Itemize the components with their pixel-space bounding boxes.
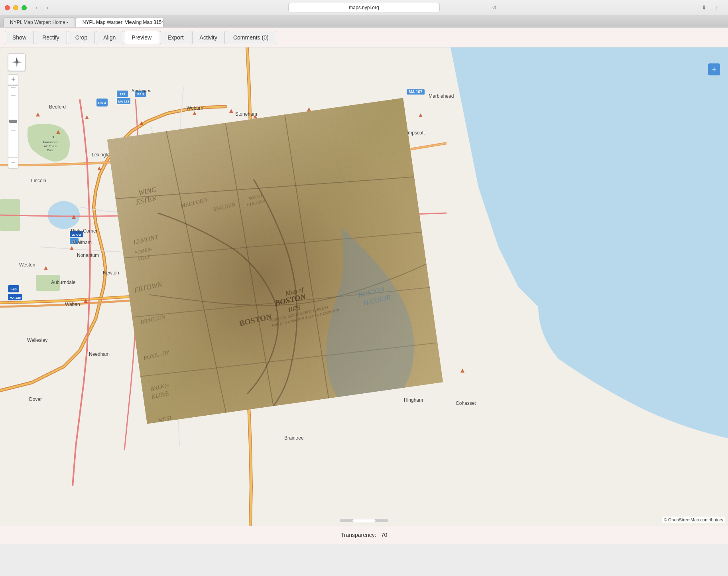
historical-map-overlay: Map of BOSTON 1875 FROM THE MOST RECENT … bbox=[107, 98, 443, 424]
svg-text:US 3: US 3 bbox=[98, 101, 106, 105]
osm-attribution: © OpenStreetMap contributors bbox=[662, 517, 725, 523]
close-button[interactable] bbox=[5, 5, 10, 10]
zoom-in-button[interactable]: + bbox=[8, 74, 18, 85]
route-ma107: MA 107 bbox=[407, 89, 425, 95]
svg-marker-21 bbox=[193, 111, 197, 115]
app-nav: Show Rectify Crop Align Preview Export A… bbox=[0, 28, 728, 47]
forward-button[interactable]: › bbox=[43, 3, 52, 12]
tab-activity[interactable]: Activity bbox=[192, 31, 225, 44]
svg-text:MA 128: MA 128 bbox=[118, 100, 129, 103]
map-container[interactable]: US 3 195 MA 128 MA 3 I-90 MA 128 27A·B 2… bbox=[0, 47, 728, 526]
svg-text:✈: ✈ bbox=[52, 135, 55, 139]
svg-text:27A·B: 27A·B bbox=[72, 233, 81, 237]
tab-comments[interactable]: Comments (0) bbox=[226, 31, 276, 44]
download-button[interactable]: ⬇ bbox=[699, 3, 709, 12]
slider-tick bbox=[11, 87, 16, 88]
svg-text:195: 195 bbox=[120, 93, 125, 96]
svg-marker-23 bbox=[253, 114, 257, 118]
tab-show[interactable]: Show bbox=[5, 31, 34, 44]
map-plus-button[interactable]: + bbox=[708, 63, 720, 75]
browser-tab-2[interactable]: NYPL Map Warper: Viewing Map 31549 bbox=[76, 17, 163, 27]
svg-text:I-90: I-90 bbox=[10, 287, 17, 291]
svg-text:2A: 2A bbox=[73, 240, 76, 243]
browser-nav: ‹ › bbox=[31, 3, 52, 12]
svg-text:Air Force: Air Force bbox=[44, 144, 57, 148]
back-button[interactable]: ‹ bbox=[31, 3, 41, 12]
transparency-label: Transparency: bbox=[341, 532, 376, 538]
address-bar[interactable]: maps.nypl.org bbox=[288, 3, 440, 12]
svg-rect-0 bbox=[36, 275, 60, 291]
slider-tick bbox=[11, 104, 16, 104]
share-button[interactable]: ↑ bbox=[712, 3, 722, 12]
svg-text:Base: Base bbox=[47, 148, 55, 152]
zoom-slider[interactable] bbox=[8, 85, 18, 157]
zoom-out-button[interactable]: − bbox=[8, 158, 18, 168]
svg-text:MA 128: MA 128 bbox=[10, 296, 21, 300]
svg-text:MA 3: MA 3 bbox=[137, 93, 144, 96]
slider-tick bbox=[11, 112, 16, 112]
svg-marker-18 bbox=[36, 112, 40, 116]
transparency-bar: Transparency: 70 bbox=[0, 526, 728, 544]
svg-marker-40 bbox=[419, 113, 423, 117]
browser-tab-1[interactable]: NYPL Map Warper: Home - bbox=[3, 17, 75, 27]
slider-tick bbox=[11, 155, 16, 155]
svg-text:Hanscom: Hanscom bbox=[43, 140, 57, 144]
slider-tick bbox=[11, 139, 16, 139]
slider-handle[interactable] bbox=[9, 120, 17, 123]
svg-marker-22 bbox=[229, 109, 233, 113]
tab-align[interactable]: Align bbox=[96, 31, 123, 44]
traffic-lights bbox=[5, 5, 27, 10]
reload-icon[interactable]: ↺ bbox=[492, 4, 497, 11]
tab-rectify[interactable]: Rectify bbox=[35, 31, 67, 44]
tab-preview[interactable]: Preview bbox=[124, 31, 159, 44]
tab-crop[interactable]: Crop bbox=[68, 31, 95, 44]
scrollbar-thumb[interactable] bbox=[352, 519, 376, 522]
compass-rose bbox=[8, 53, 26, 71]
url-display: maps.nypl.org bbox=[349, 5, 379, 10]
maximize-button[interactable] bbox=[22, 5, 27, 10]
browser-titlebar: ‹ › maps.nypl.org ↺ ⬇ ↑ bbox=[0, 0, 728, 15]
map-scrollbar[interactable] bbox=[340, 519, 388, 522]
slider-tick bbox=[11, 95, 16, 96]
svg-marker-41 bbox=[460, 369, 464, 373]
map-controls: + − bbox=[8, 53, 26, 168]
transparency-value: 70 bbox=[381, 532, 388, 538]
historical-map-inner: Map of BOSTON 1875 FROM THE MOST RECENT … bbox=[107, 98, 443, 424]
svg-marker-33 bbox=[44, 266, 48, 270]
svg-marker-19 bbox=[85, 115, 89, 119]
browser-tabs: NYPL Map Warper: Home - NYPL Map Warper:… bbox=[0, 15, 728, 27]
browser-chrome: ‹ › maps.nypl.org ↺ ⬇ ↑ NYPL Map Warper:… bbox=[0, 0, 728, 28]
slider-tick bbox=[11, 130, 16, 131]
tab-export[interactable]: Export bbox=[160, 31, 191, 44]
svg-marker-32 bbox=[70, 246, 74, 250]
svg-point-88 bbox=[16, 61, 18, 63]
browser-toolbar-right: ⬇ ↑ bbox=[699, 3, 722, 12]
slider-tick bbox=[11, 147, 16, 147]
minimize-button[interactable] bbox=[13, 5, 18, 10]
svg-marker-28 bbox=[97, 166, 101, 170]
